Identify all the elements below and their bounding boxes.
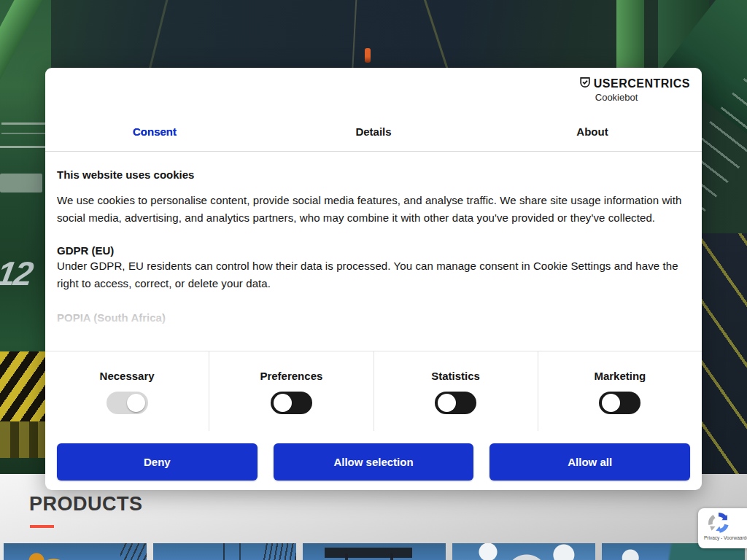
consent-buttons: Deny Allow selection Allow all bbox=[45, 431, 702, 490]
cookie-consent-dialog: USERCENTRICS Cookiebot Consent Details A… bbox=[45, 68, 702, 490]
category-label: Statistics bbox=[431, 370, 480, 382]
gdpr-heading: GDPR (EU) bbox=[57, 244, 689, 257]
worker-figure bbox=[365, 48, 371, 63]
category-preferences: Preferences bbox=[209, 351, 373, 431]
category-label: Marketing bbox=[594, 370, 646, 382]
usercentrics-brand: USERCENTRICS Cookiebot bbox=[579, 77, 690, 103]
dialog-tabs: Consent Details About bbox=[45, 112, 702, 152]
product-thumbnail-mast-rigging[interactable] bbox=[153, 543, 296, 560]
toggle-knob bbox=[438, 394, 456, 412]
deny-button[interactable]: Deny bbox=[57, 443, 258, 481]
product-thumbnail-row bbox=[4, 543, 745, 560]
recaptcha-privacy-terms-link[interactable]: Privacy - Voorwaarden bbox=[704, 535, 747, 540]
product-thumbnail-gantry-crane[interactable] bbox=[303, 543, 446, 560]
category-label: Preferences bbox=[260, 370, 322, 382]
toggle-knob bbox=[602, 394, 620, 412]
statistics-toggle[interactable] bbox=[435, 392, 476, 414]
necessary-toggle[interactable] bbox=[107, 392, 148, 414]
dialog-header: USERCENTRICS Cookiebot bbox=[45, 68, 702, 112]
consent-scroll-area[interactable]: This website uses cookies We use cookies… bbox=[45, 152, 702, 351]
category-marketing: Marketing bbox=[538, 351, 702, 431]
title-underline-accent bbox=[30, 525, 54, 528]
tab-consent[interactable]: Consent bbox=[45, 112, 264, 151]
crane-railing bbox=[0, 146, 47, 148]
hazard-stripes bbox=[0, 351, 47, 421]
recaptcha-logo-icon bbox=[708, 512, 729, 534]
usercentrics-shield-icon bbox=[579, 77, 591, 91]
brand-name: USERCENTRICS bbox=[594, 77, 690, 90]
tab-details[interactable]: Details bbox=[264, 112, 483, 151]
cookies-heading: This website uses cookies bbox=[57, 168, 689, 181]
toggle-knob bbox=[127, 394, 145, 412]
allow-all-button[interactable]: Allow all bbox=[489, 443, 690, 481]
toggle-knob bbox=[274, 394, 292, 412]
recaptcha-badge[interactable]: Privacy - Voorwaarden bbox=[698, 508, 747, 548]
crane-pillar bbox=[616, 0, 644, 70]
product-thumbnail-crane-hook[interactable] bbox=[4, 543, 147, 560]
marketing-toggle[interactable] bbox=[599, 392, 640, 414]
products-section-title: PRODUCTS bbox=[29, 493, 143, 516]
allow-selection-button[interactable]: Allow selection bbox=[274, 443, 474, 481]
crane-platform bbox=[0, 174, 42, 192]
cookie-category-toggles: Necessary Preferences Statistics Marketi… bbox=[45, 351, 702, 431]
yellow-machinery bbox=[0, 421, 47, 458]
tab-about[interactable]: About bbox=[483, 112, 702, 151]
category-label: Necessary bbox=[100, 370, 155, 382]
dock-road-markings bbox=[699, 233, 747, 478]
crane-railing bbox=[1, 133, 45, 134]
preferences-toggle[interactable] bbox=[271, 392, 312, 414]
product-thumbnail-clouds-structure[interactable] bbox=[452, 543, 595, 560]
gdpr-text: Under GDPR, EU residents can control how… bbox=[57, 257, 689, 292]
cookies-intro-text: We use cookies to personalise content, p… bbox=[57, 192, 689, 227]
category-necessary: Necessary bbox=[45, 351, 209, 431]
screen: 12 PRODUCTS bbox=[0, 0, 747, 560]
popia-heading-faded: POPIA (South Africa) bbox=[57, 311, 689, 324]
category-statistics: Statistics bbox=[374, 351, 538, 431]
brand-product: Cookiebot bbox=[595, 92, 638, 103]
crane-railing bbox=[1, 122, 47, 125]
